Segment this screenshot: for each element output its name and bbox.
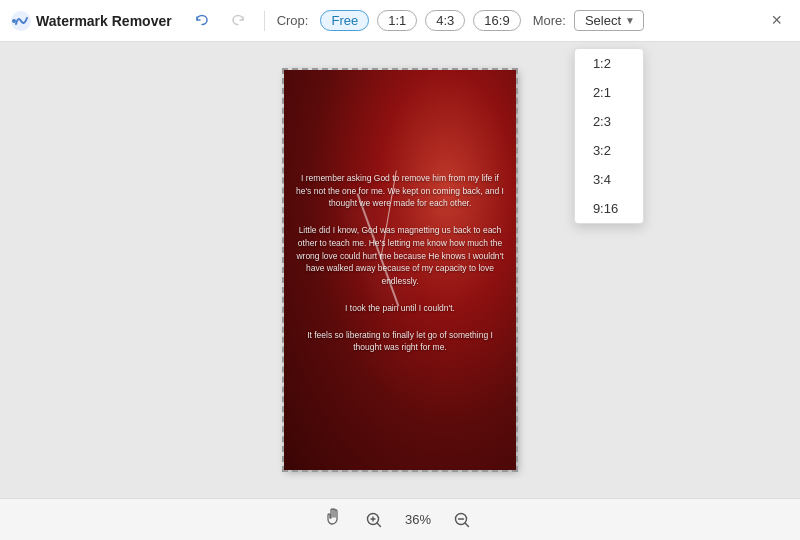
- close-button[interactable]: ×: [763, 6, 790, 35]
- zoom-in-button[interactable]: [359, 507, 389, 533]
- svg-line-5: [377, 523, 381, 527]
- svg-point-1: [12, 19, 16, 23]
- image-background: I remember asking God to remove him from…: [284, 70, 516, 470]
- bottom-bar: 36%: [0, 498, 800, 540]
- crop-16-9-button[interactable]: 16:9: [473, 10, 520, 31]
- crop-label: Crop:: [277, 13, 309, 28]
- dropdown-item-1-2[interactable]: 1:2: [575, 49, 643, 78]
- zoom-out-button[interactable]: [447, 507, 477, 533]
- zoom-in-icon: [365, 511, 383, 529]
- image-paragraph-1: I remember asking God to remove him from…: [296, 172, 504, 210]
- image-paragraph-4: It feels so liberating to finally let go…: [296, 329, 504, 355]
- undo-icon: [194, 13, 210, 29]
- select-dropdown[interactable]: Select ▼: [574, 10, 644, 31]
- dropdown-item-2-1[interactable]: 2:1: [575, 78, 643, 107]
- image-paragraph-2: Little did I know, God was magnetting us…: [296, 224, 504, 288]
- app-title: Watermark Remover: [36, 13, 172, 29]
- image-container: I remember asking God to remove him from…: [284, 70, 516, 470]
- crop-1-1-button[interactable]: 1:1: [377, 10, 417, 31]
- app-logo: Watermark Remover: [10, 10, 172, 32]
- toolbar: Watermark Remover Crop: Free 1:1 4:3 16:…: [0, 0, 800, 42]
- redo-icon: [230, 13, 246, 29]
- image-text-overlay: I remember asking God to remove him from…: [284, 70, 516, 470]
- select-wrapper: Select ▼ 1:2 2:1 2:3 3:2 3:4 9:16: [574, 10, 644, 31]
- hand-tool-icon[interactable]: [323, 507, 343, 532]
- redo-button[interactable]: [224, 9, 252, 33]
- main-area: I remember asking God to remove him from…: [0, 42, 800, 498]
- app-logo-icon: [10, 10, 32, 32]
- dropdown-menu: 1:2 2:1 2:3 3:2 3:4 9:16: [574, 48, 644, 224]
- select-label: Select: [585, 13, 621, 28]
- image-paragraph-3: I took the pain until I couldn't.: [345, 302, 455, 315]
- more-label: More:: [533, 13, 566, 28]
- dropdown-item-9-16[interactable]: 9:16: [575, 194, 643, 223]
- crop-4-3-button[interactable]: 4:3: [425, 10, 465, 31]
- dropdown-arrow-icon: ▼: [625, 15, 635, 26]
- dropdown-item-3-4[interactable]: 3:4: [575, 165, 643, 194]
- zoom-level-display: 36%: [405, 512, 431, 527]
- zoom-out-icon: [453, 511, 471, 529]
- undo-button[interactable]: [188, 9, 216, 33]
- divider-1: [264, 11, 265, 31]
- crop-free-button[interactable]: Free: [320, 10, 369, 31]
- dropdown-item-2-3[interactable]: 2:3: [575, 107, 643, 136]
- dropdown-item-3-2[interactable]: 3:2: [575, 136, 643, 165]
- svg-line-8: [465, 523, 469, 527]
